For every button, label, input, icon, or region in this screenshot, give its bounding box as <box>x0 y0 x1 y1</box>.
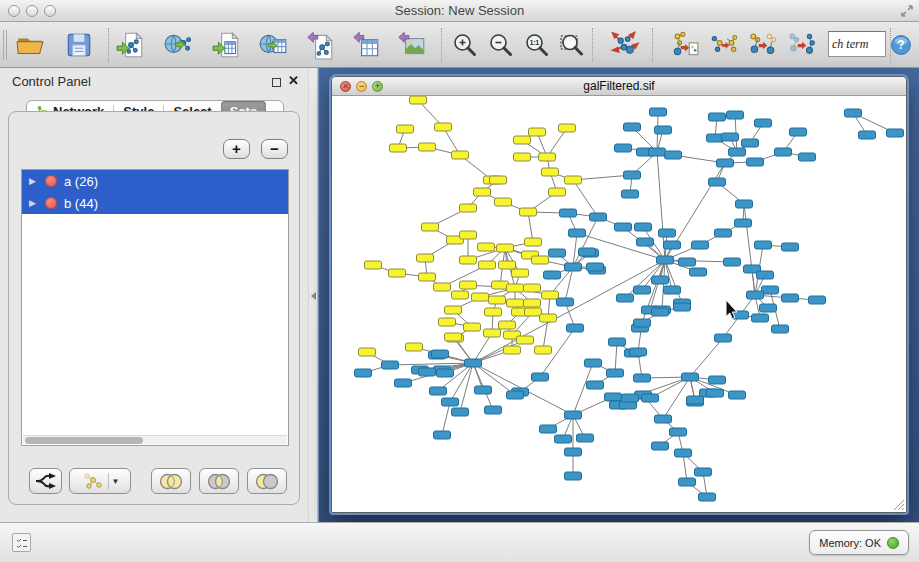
set-union-button[interactable] <box>151 468 191 494</box>
help-button[interactable]: ? <box>886 28 916 62</box>
apply-layout-button[interactable] <box>607 28 643 62</box>
open-session-button[interactable] <box>12 28 48 62</box>
task-history-button[interactable] <box>12 533 31 552</box>
zoom-actual-size-button[interactable]: 1:1 <box>519 28 555 62</box>
toolbar-separator <box>441 28 442 62</box>
graph-node <box>722 133 739 141</box>
network-frame-titlebar[interactable]: × − + galFiltered.sif <box>332 77 906 96</box>
new-network-selected-nodes-all-edges-button[interactable] <box>706 28 742 62</box>
graph-node <box>637 238 654 246</box>
graph-node <box>567 324 584 332</box>
create-set-button[interactable]: ▼ <box>69 468 131 494</box>
memory-status-button[interactable]: Memory: OK <box>809 530 909 555</box>
expander-icon[interactable]: ▶ <box>29 198 38 208</box>
scrollbar-thumb[interactable] <box>25 437 143 444</box>
import-table-file-button[interactable] <box>209 28 245 62</box>
toolbar-drag-handle[interactable] <box>3 30 7 60</box>
import-table-url-button[interactable] <box>256 28 292 62</box>
graph-node <box>729 148 746 156</box>
graph-node <box>497 244 514 252</box>
network-workspace: × − + galFiltered.sif <box>318 68 919 522</box>
import-network-file-button[interactable] <box>113 28 149 62</box>
window-titlebar[interactable]: Session: New Session <box>0 0 919 22</box>
split-sets-icon <box>35 472 57 490</box>
sets-list[interactable]: ▶ a (26) ▶ b (44) <box>21 169 289 446</box>
graph-node <box>557 298 574 306</box>
graph-node <box>555 435 572 443</box>
expander-icon[interactable]: ▶ <box>29 176 38 186</box>
graph-node <box>397 125 414 133</box>
graph-node <box>474 188 491 196</box>
graph-node <box>650 108 667 116</box>
save-session-button[interactable] <box>61 28 97 62</box>
graph-node <box>634 286 651 294</box>
frame-close-button[interactable]: × <box>340 81 351 92</box>
export-network-button[interactable] <box>303 28 339 62</box>
network-view-frame[interactable]: × − + galFiltered.sif <box>331 76 907 513</box>
graph-node <box>406 343 423 351</box>
graph-node <box>679 258 696 266</box>
set-row-b[interactable]: ▶ b (44) <box>22 192 288 214</box>
fullscreen-icon[interactable] <box>900 4 914 18</box>
set-intersection-icon <box>206 473 232 490</box>
close-panel-icon[interactable]: ✕ <box>288 73 299 88</box>
graph-node <box>544 271 561 279</box>
graph-node <box>514 153 531 161</box>
frame-minimize-button[interactable]: − <box>356 81 367 92</box>
frame-resize-grip[interactable] <box>892 498 905 511</box>
graph-node <box>542 291 559 299</box>
graph-node <box>432 350 449 358</box>
toolbar-separator <box>592 28 593 62</box>
graph-node <box>472 293 489 301</box>
zoom-out-button[interactable] <box>483 28 519 62</box>
graph-node <box>675 449 692 457</box>
set-label: b (44) <box>64 196 98 211</box>
search-input[interactable] <box>828 31 886 57</box>
horizontal-scrollbar[interactable] <box>23 435 287 444</box>
clone-network-button[interactable] <box>745 28 781 62</box>
add-set-button[interactable]: + <box>223 139 250 159</box>
main-toolbar: 1:1 <box>0 22 919 68</box>
graph-node <box>659 229 676 237</box>
sets-panel: + − ▶ a (26) ▶ b (44) <box>8 111 300 505</box>
zoom-selected-region-button[interactable] <box>554 28 590 62</box>
graph-node <box>565 448 582 456</box>
graph-node <box>590 213 607 221</box>
export-image-button[interactable] <box>394 28 430 62</box>
panel-splitter[interactable] <box>308 68 318 522</box>
graph-node <box>715 229 732 237</box>
frame-maximize-button[interactable]: + <box>372 81 383 92</box>
graph-node <box>355 369 372 377</box>
graph-node <box>529 128 546 136</box>
graph-node <box>569 229 586 237</box>
import-network-url-button[interactable] <box>161 28 197 62</box>
remove-set-button[interactable]: − <box>261 139 288 159</box>
import-table-url-icon <box>259 30 289 60</box>
graph-node <box>709 113 726 121</box>
zoom-in-button[interactable] <box>447 28 483 62</box>
graph-node <box>709 178 726 186</box>
graph-node <box>652 442 669 450</box>
dropdown-arrow-icon[interactable]: ▼ <box>112 477 120 486</box>
window-title: Session: New Session <box>0 0 919 21</box>
export-table-button[interactable] <box>349 28 385 62</box>
export-image-icon <box>397 30 427 60</box>
graph-node <box>484 329 501 337</box>
set-difference-button[interactable] <box>247 468 287 494</box>
graph-node <box>524 284 541 292</box>
graph-node <box>624 123 641 131</box>
new-network-from-unselected-button[interactable] <box>784 28 820 62</box>
graph-node <box>747 291 764 299</box>
float-panel-icon[interactable] <box>272 78 281 87</box>
collapse-panel-icon[interactable] <box>311 292 316 300</box>
network-graph[interactable] <box>332 96 906 512</box>
help-icon: ? <box>889 33 913 57</box>
split-set-button[interactable] <box>29 468 62 494</box>
graph-node <box>460 281 477 289</box>
set-row-a[interactable]: ▶ a (26) <box>22 170 288 192</box>
graph-node <box>605 393 622 401</box>
new-network-from-selection-button[interactable] <box>667 28 703 62</box>
network-graph-canvas[interactable] <box>332 96 906 512</box>
import-table-file-icon <box>212 30 242 60</box>
set-intersection-button[interactable] <box>199 468 239 494</box>
